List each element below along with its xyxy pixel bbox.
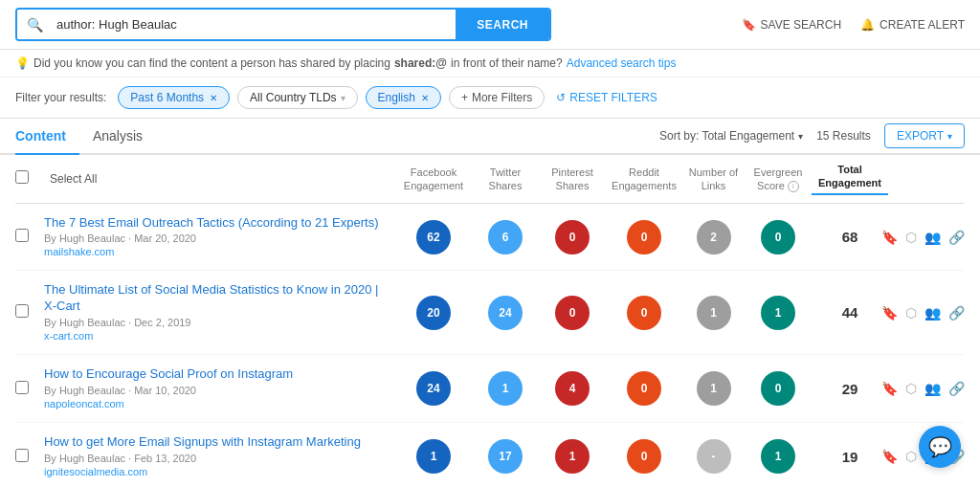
- bookmark-action-icon[interactable]: 🔖: [881, 230, 898, 245]
- table-row: How to get More Email Signups with Insta…: [15, 423, 965, 487]
- row3-title[interactable]: How to Encourage Social Proof on Instagr…: [44, 366, 386, 383]
- row4-links: -: [682, 439, 745, 474]
- link-action-icon3[interactable]: 🔗: [948, 381, 965, 396]
- row4-rd: 0: [606, 439, 682, 474]
- filter-language-label: English: [378, 91, 415, 104]
- row1-ev: 0: [745, 220, 812, 255]
- row3-actions: 🔖 ⬡ 👥 🔗: [888, 381, 965, 396]
- filter-past6months-label: Past 6 Months: [130, 91, 204, 104]
- tab-content[interactable]: Content: [15, 119, 79, 155]
- row2-ev: 1: [745, 296, 812, 330]
- advanced-search-link[interactable]: Advanced search tips: [567, 56, 677, 70]
- row2-domain[interactable]: x-cart.com: [44, 330, 93, 342]
- row3-links: 1: [682, 371, 745, 406]
- alert-icon: 🔔: [860, 18, 875, 32]
- row3-tw: 1: [472, 371, 539, 406]
- row1-tw-circle: 6: [488, 220, 523, 255]
- info-bar: 💡 Did you know you can find the content …: [0, 50, 980, 77]
- table-row: How to Encourage Social Proof on Instagr…: [15, 355, 965, 423]
- sort-select[interactable]: Sort by: Total Engagement ▾: [659, 129, 803, 143]
- row4-pi: 1: [539, 439, 606, 474]
- col-links-label: Number ofLinks: [682, 166, 745, 193]
- share-action-icon2[interactable]: ⬡: [905, 305, 917, 321]
- col-pi-label: PinterestShares: [539, 166, 606, 193]
- select-all-label: Select All: [50, 172, 97, 186]
- row4-title[interactable]: How to get More Email Signups with Insta…: [44, 434, 386, 451]
- filter-label: Filter your results:: [15, 91, 106, 104]
- filter-bar: Filter your results: Past 6 Months ✕ All…: [0, 77, 980, 119]
- row1-domain[interactable]: mailshake.com: [44, 246, 114, 257]
- row1-rd: 0: [606, 220, 682, 255]
- bookmark-action-icon4[interactable]: 🔖: [881, 449, 898, 464]
- chat-icon: 💬: [928, 435, 952, 458]
- col-tw-label: TwitterShares: [472, 166, 539, 193]
- info-highlight: shared:@: [394, 56, 447, 70]
- row3-total-num: 29: [842, 381, 858, 397]
- search-input[interactable]: [53, 10, 456, 39]
- people-action-icon3[interactable]: 👥: [924, 381, 941, 396]
- col-ev-label: EvergreenScore i: [745, 166, 812, 193]
- row3-checkbox[interactable]: [15, 381, 29, 394]
- chat-bubble[interactable]: 💬: [919, 426, 961, 468]
- people-action-icon2[interactable]: 👥: [924, 305, 941, 321]
- close-lang-icon[interactable]: ✕: [421, 93, 429, 103]
- row1-title[interactable]: The 7 Best Email Outreach Tactics (Accor…: [44, 215, 386, 232]
- row1-ev-circle: 0: [761, 220, 795, 255]
- link-action-icon2[interactable]: 🔗: [948, 305, 965, 321]
- share-action-icon3[interactable]: ⬡: [905, 381, 917, 396]
- table-container: Select All FacebookEngagement TwitterSha…: [0, 155, 980, 487]
- row4-domain[interactable]: ignitesocialmedia.com: [44, 466, 147, 477]
- row3-total: 29: [812, 381, 888, 397]
- more-filters-button[interactable]: + More Filters: [449, 86, 545, 109]
- share-action-icon4[interactable]: ⬡: [905, 449, 917, 464]
- link-action-icon[interactable]: 🔗: [948, 230, 965, 245]
- save-search-button[interactable]: 🔖 SAVE SEARCH: [742, 18, 841, 32]
- col-rd-header: RedditEngagements: [606, 166, 682, 193]
- row1-check: [15, 229, 44, 245]
- row1-checkbox[interactable]: [15, 229, 29, 242]
- row2-rd: 0: [606, 296, 682, 330]
- create-alert-button[interactable]: 🔔 CREATE ALERT: [860, 18, 965, 32]
- filter-past6months[interactable]: Past 6 Months ✕: [118, 86, 230, 109]
- filter-language[interactable]: English ✕: [366, 86, 441, 109]
- row4-meta: By Hugh Beaulac · Feb 13, 2020: [44, 453, 386, 464]
- export-button[interactable]: EXPORT ▾: [884, 123, 965, 148]
- tab-analysis[interactable]: Analysis: [79, 119, 156, 153]
- sort-label: Sort by: Total Engagement: [659, 129, 794, 143]
- search-button[interactable]: SEARCH: [456, 10, 549, 39]
- row1-pi-circle: 0: [555, 220, 590, 255]
- row2-meta: By Hugh Beaulac · Dec 2, 2019: [44, 317, 386, 328]
- header-actions: 🔖 SAVE SEARCH 🔔 CREATE ALERT: [742, 18, 965, 32]
- row4-ev: 1: [745, 439, 812, 474]
- row3-check: [15, 381, 44, 397]
- row2-title[interactable]: The Ultimate List of Social Media Statis…: [44, 282, 386, 315]
- filter-country[interactable]: All Country TLDs ▾: [237, 86, 357, 109]
- reset-filters-button[interactable]: ↺ RESET FILTERS: [556, 91, 657, 104]
- share-action-icon[interactable]: ⬡: [905, 230, 917, 245]
- bookmark-action-icon3[interactable]: 🔖: [881, 381, 898, 396]
- reset-icon: ↺: [556, 91, 566, 104]
- people-action-icon[interactable]: 👥: [924, 230, 941, 245]
- row2-actions: 🔖 ⬡ 👥 🔗: [888, 305, 965, 321]
- close-filter-icon[interactable]: ✕: [210, 93, 217, 103]
- row1-fb-circle: 62: [416, 220, 451, 255]
- tab-content-label: Content: [15, 128, 66, 144]
- bookmark-action-icon2[interactable]: 🔖: [881, 305, 898, 321]
- select-all-checkbox[interactable]: [15, 170, 29, 184]
- info-icon[interactable]: i: [788, 181, 799, 192]
- row2-checkbox[interactable]: [15, 304, 29, 318]
- row3-domain[interactable]: napoleoncat.com: [44, 398, 124, 410]
- row4-check: [15, 449, 44, 465]
- col-total-header: TotalEngagement: [812, 163, 888, 195]
- export-label: EXPORT: [897, 129, 944, 143]
- row4-checkbox[interactable]: [15, 449, 29, 462]
- lightbulb-icon: 💡: [15, 56, 30, 70]
- col-fb-header: FacebookEngagement: [395, 166, 472, 193]
- tab-analysis-label: Analysis: [93, 128, 143, 144]
- col-content-header: Select All: [44, 171, 395, 186]
- info-message2: in front of their name?: [451, 56, 563, 70]
- row4-fb: 1: [395, 439, 472, 474]
- save-search-label: SAVE SEARCH: [761, 18, 841, 32]
- tabs-right: Sort by: Total Engagement ▾ 15 Results E…: [659, 123, 965, 148]
- header: 🔍 SEARCH 🔖 SAVE SEARCH 🔔 CREATE ALERT: [0, 0, 980, 50]
